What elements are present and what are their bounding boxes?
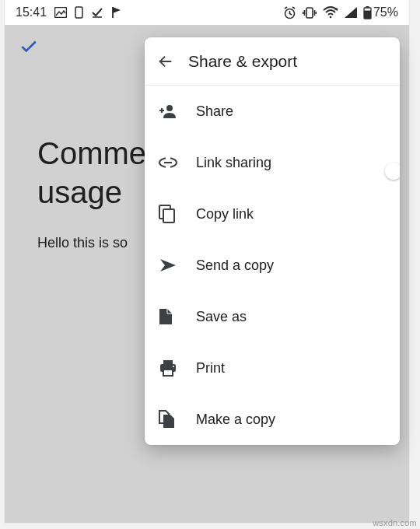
person-add-icon	[159, 103, 196, 119]
menu-copy-link[interactable]: Copy link	[145, 188, 400, 240]
svg-marker-3	[113, 7, 121, 13]
svg-point-13	[330, 16, 332, 19]
menu-label: Copy link	[196, 206, 254, 222]
checkmark-icon	[91, 7, 103, 18]
back-button[interactable]	[157, 53, 185, 70]
svg-rect-17	[364, 10, 371, 19]
menu-label: Link sharing	[196, 155, 271, 171]
alarm-icon	[283, 6, 296, 19]
menu-save-as[interactable]: Save as	[145, 291, 400, 342]
svg-point-31	[173, 366, 174, 367]
menu-label: Save as	[196, 309, 247, 325]
send-icon	[159, 257, 196, 273]
file-icon	[159, 308, 196, 325]
menu-label: Share	[196, 103, 233, 120]
menu-send-copy[interactable]: Send a copy	[145, 240, 400, 291]
svg-rect-28	[163, 360, 173, 364]
svg-rect-1	[75, 7, 82, 18]
link-icon	[159, 157, 196, 168]
flag-icon	[111, 6, 122, 19]
menu-share[interactable]: Share	[145, 86, 400, 137]
menu-print[interactable]: Print	[145, 342, 400, 394]
file-copy-icon	[159, 410, 196, 429]
menu-label: Make a copy	[196, 412, 275, 428]
svg-rect-27	[163, 209, 174, 222]
share-export-panel: Share & export Share Link sharing Copy l…	[145, 37, 400, 445]
panel-title: Share & export	[188, 52, 297, 71]
vibrate-icon	[303, 7, 317, 19]
menu-make-copy[interactable]: Make a copy	[145, 394, 400, 445]
image-icon	[54, 7, 67, 18]
print-icon	[159, 359, 196, 377]
statusbar: 15:41 R	[5, 0, 409, 25]
svg-marker-15	[345, 7, 357, 18]
svg-line-7	[292, 7, 295, 9]
battery-percent: 75%	[373, 5, 398, 19]
svg-text:R: R	[334, 7, 338, 12]
menu-label: Print	[196, 360, 225, 377]
svg-point-20	[166, 105, 173, 111]
svg-rect-8	[306, 8, 313, 18]
watermark: wsxdn.com	[373, 518, 417, 527]
status-time: 15:41	[16, 5, 47, 19]
device-icon	[75, 6, 83, 19]
signal-icon	[345, 7, 357, 18]
svg-rect-18	[366, 6, 369, 8]
battery-icon	[363, 6, 372, 19]
panel-header: Share & export	[145, 37, 400, 86]
copy-icon	[159, 205, 196, 223]
wifi-icon: R	[323, 6, 338, 19]
menu-link-sharing[interactable]: Link sharing	[145, 137, 400, 188]
menu-label: Send a copy	[196, 257, 274, 274]
svg-rect-30	[163, 370, 173, 376]
svg-line-6	[285, 7, 287, 9]
